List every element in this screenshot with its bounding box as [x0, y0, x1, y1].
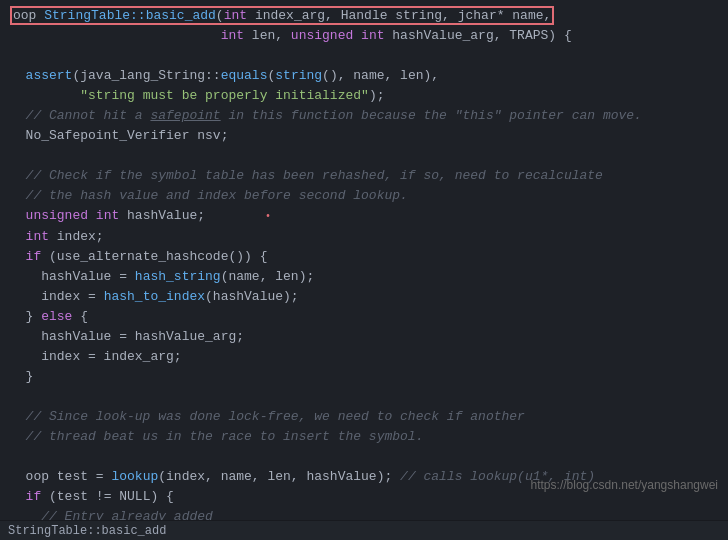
code-editor: oop StringTable::basic_add(int index_arg… — [0, 0, 728, 520]
code-line-21: // Since look-up was done lock-free, we … — [0, 407, 728, 427]
line-4-content: assert(java_lang_String::equals(string()… — [10, 66, 439, 86]
code-line-20 — [0, 387, 728, 407]
code-line-22: // thread beat us in the race to insert … — [0, 427, 728, 447]
line-25-content: if (test != NULL) { — [10, 487, 174, 507]
line-9-content: // Check if the symbol table has been re… — [10, 166, 603, 186]
code-line-18: index = index_arg; — [0, 347, 728, 367]
line-5-content: "string must be properly initialized"); — [10, 86, 384, 106]
code-line-10: // the hash value and index before secon… — [0, 186, 728, 206]
line-24-content: oop test = lookup(index, name, len, hash… — [10, 467, 595, 487]
code-line-8 — [0, 146, 728, 166]
code-line-5: "string must be properly initialized"); — [0, 86, 728, 106]
line-21-content: // Since look-up was done lock-free, we … — [10, 407, 525, 427]
code-line-23 — [0, 447, 728, 467]
line-16-content: } else { — [10, 307, 88, 327]
code-line-19: } — [0, 367, 728, 387]
code-line-16: } else { — [0, 307, 728, 327]
line-6-content: // Cannot hit a safepoint in this functi… — [10, 106, 642, 126]
code-line-26: // Entry already added — [0, 507, 728, 520]
line-13-content: if (use_alternate_hashcode()) { — [10, 247, 267, 267]
code-line-6: // Cannot hit a safepoint in this functi… — [0, 106, 728, 126]
code-line-12: int index; — [0, 227, 728, 247]
line-7-content: No_Safepoint_Verifier nsv; — [10, 126, 228, 146]
code-line-7: No_Safepoint_Verifier nsv; — [0, 126, 728, 146]
line-10-content: // the hash value and index before secon… — [10, 186, 408, 206]
line-17-content: hashValue = hashValue_arg; — [10, 327, 244, 347]
line-22-content: // thread beat us in the race to insert … — [10, 427, 423, 447]
code-line-17: hashValue = hashValue_arg; — [0, 327, 728, 347]
code-line-15: index = hash_to_index(hashValue); — [0, 287, 728, 307]
status-bar: StringTable::basic_add — [0, 520, 728, 540]
code-line-11: unsigned int hashValue;• — [0, 206, 728, 227]
code-line-13: if (use_alternate_hashcode()) { — [0, 247, 728, 267]
line-18-content: index = index_arg; — [10, 347, 182, 367]
line-26-content: // Entry already added — [10, 507, 213, 520]
line-15-content: index = hash_to_index(hashValue); — [10, 287, 299, 307]
code-line-14: hashValue = hash_string(name, len); — [0, 267, 728, 287]
status-bar-text: StringTable::basic_add — [8, 524, 166, 538]
line-2-content: int len, unsigned int hashValue_arg, TRA… — [10, 26, 572, 46]
code-line-2: int len, unsigned int hashValue_arg, TRA… — [0, 26, 728, 46]
code-line-4: assert(java_lang_String::equals(string()… — [0, 66, 728, 86]
code-line-3 — [0, 46, 728, 66]
line-12-content: int index; — [10, 227, 104, 247]
line-14-content: hashValue = hash_string(name, len); — [10, 267, 314, 287]
line-11-content: unsigned int hashValue;• — [10, 206, 271, 227]
watermark: https://blog.csdn.net/yangshangwei — [531, 478, 718, 492]
line-19-content: } — [10, 367, 33, 387]
line-1-content: oop StringTable::basic_add(int index_arg… — [10, 6, 554, 26]
code-line-1: oop StringTable::basic_add(int index_arg… — [0, 6, 728, 26]
code-line-9: // Check if the symbol table has been re… — [0, 166, 728, 186]
